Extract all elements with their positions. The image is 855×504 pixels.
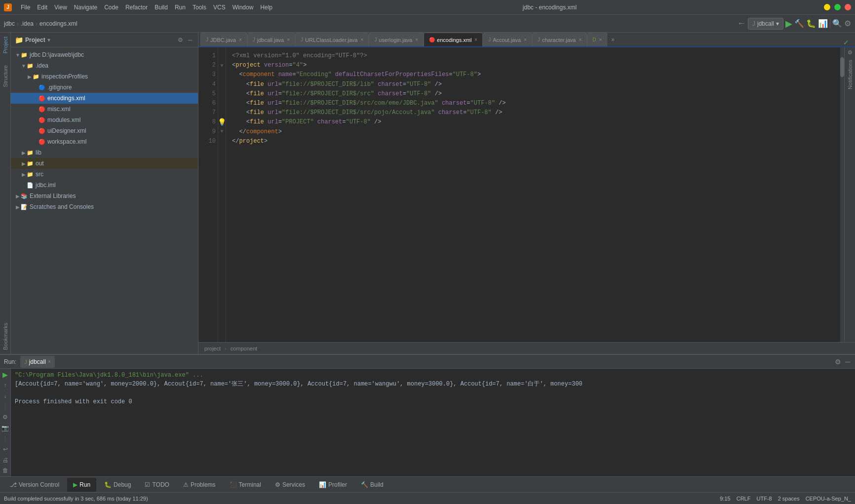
tree-item-uidesigner[interactable]: 🔴 uiDesigner.xml [11,125,198,136]
lower-tab-version-control[interactable]: ⎇ Version Control [4,478,65,492]
breadcrumb-idea[interactable]: .idea [21,20,34,27]
tab-JDBC[interactable]: J JDBC.java × [200,33,247,46]
tree-item-misc[interactable]: 🔴 misc.xml [11,104,198,115]
lower-tab-problems[interactable]: ⚠ Problems [177,478,222,492]
lower-tab-todo[interactable]: ☑ TODO [139,478,175,492]
tree-item-out[interactable]: ▶ 📁 out [11,158,198,169]
breadcrumb-component[interactable]: component [231,346,257,351]
camera-button[interactable]: 📷 [1,424,9,432]
tab-jdbcall[interactable]: J jdbcall.java × [247,33,295,46]
lower-tab-debug[interactable]: 🐛 Debug [98,478,137,492]
back-button[interactable]: ← [737,18,746,29]
close-button[interactable]: × [845,4,851,10]
tab-close-icon[interactable]: × [287,37,290,42]
clear-button[interactable]: 🗑 [1,466,9,474]
run-tab-jdbcall[interactable]: J jdbcall × [20,356,54,368]
fold-arrow-line2[interactable]: ▼ [218,61,226,70]
menu-help[interactable]: Help [257,3,275,12]
lower-tab-services[interactable]: ⚙ Services [269,478,311,492]
tab-D[interactable]: D × [587,33,607,46]
tab-close-icon[interactable]: × [239,37,242,42]
code-editor[interactable]: 1 2 3 4 5 6 7 8 9 10 ▼ [198,47,840,342]
status-spaces[interactable]: 2 spaces [778,496,800,502]
breadcrumb-project[interactable]: project [204,346,221,351]
fold-arrow-line9[interactable]: ▼ [218,126,226,136]
panel-minimize-icon[interactable]: ─ [186,36,194,44]
menu-view[interactable]: View [51,3,70,12]
lower-tab-run[interactable]: ▶ Run [67,478,96,492]
build-button[interactable]: 🔨 [794,19,804,28]
minimize-icon[interactable]: ─ [844,357,851,367]
bookmarks-sidebar-label[interactable]: Bookmarks [2,321,8,352]
code-content[interactable]: <?xml version="1.0" encoding="UTF-8"?> <… [226,47,840,342]
console-area[interactable]: "C:\Program Files\Java\jdk1.8.0_181\bin\… [11,369,855,476]
lower-tab-terminal[interactable]: ⬛ Terminal [224,478,267,492]
menu-build[interactable]: Build [152,3,171,12]
menu-window[interactable]: Window [230,3,257,12]
print-button[interactable]: 🖨 [1,456,9,464]
panel-settings-icon[interactable]: ⚙ [176,36,184,44]
editor-scrollbar[interactable] [840,47,844,342]
tree-item-encodings[interactable]: 🔴 encodings.xml [11,93,198,104]
tab-URLClassLoader[interactable]: J URLClassLoader.java × [295,33,369,46]
scroll-down-button[interactable]: ↓ [1,392,9,400]
settings-button[interactable]: ⚙ [844,19,851,28]
breadcrumb-file[interactable]: encodings.xml [39,20,78,27]
status-charset[interactable]: UTF-8 [756,496,772,502]
tab-character[interactable]: J character.java × [532,33,587,46]
breadcrumb-jdbc[interactable]: jdbc [4,20,15,27]
maximize-button[interactable]: □ [834,4,841,10]
wrap-button[interactable]: ↩ [1,445,9,453]
tree-item-inspection[interactable]: ▶ 📁 inspectionProfiles [11,71,198,82]
expand-arrow-icon: ▶ [15,204,21,210]
settings-icon[interactable]: ⚙ [834,357,842,367]
run-tab-close-icon[interactable]: × [48,359,51,364]
scroll-up-button[interactable]: ↑ [1,382,9,389]
tree-item-idea[interactable]: ▼ 📁 .idea [11,60,198,71]
menu-vcs[interactable]: VCS [210,3,229,12]
lower-tab-build[interactable]: 🔨 Build [355,478,389,492]
menu-tools[interactable]: Tools [190,3,209,12]
menu-file[interactable]: File [18,3,33,12]
tree-item-jdbciml[interactable]: 📄 jdbc.iml [11,180,198,191]
tree-item-lib[interactable]: ▶ 📁 lib [11,147,198,158]
tab-encodings[interactable]: 🔴 encodings.xml × [424,33,483,46]
tree-item-jdbc[interactable]: ▼ 📁 jdbc D:\javaweb\jdbc [11,49,198,60]
tab-close-icon[interactable]: × [474,37,477,42]
tree-label: lib [36,149,41,156]
tab-close-icon[interactable]: × [599,37,602,42]
menu-edit[interactable]: Edit [34,3,50,12]
structure-sidebar-label[interactable]: Structure [2,63,8,89]
coverage-button[interactable]: 📊 [818,19,828,28]
run-config-dropdown[interactable]: J jdbcall ▾ [748,18,783,30]
tab-close-icon[interactable]: × [524,37,527,42]
tab-Accout[interactable]: J Accout.java × [483,33,532,46]
tree-item-src[interactable]: ▶ 📁 src [11,169,198,180]
notifications-icon[interactable]: ⚙ [848,49,853,56]
menu-refactor[interactable]: Refactor [122,3,151,12]
status-build-message[interactable]: Build completed successfully in 3 sec, 6… [4,496,148,502]
menu-run[interactable]: Run [172,3,189,12]
tree-item-modules[interactable]: 🔴 modules.xml [11,115,198,125]
tree-item-scratches[interactable]: ▶ 📝 Scratches and Consoles [11,201,198,212]
search-everywhere-button[interactable]: 🔍 [832,19,842,28]
more-tabs-button[interactable]: » [607,34,619,45]
tree-item-external-libs[interactable]: ▶ 📚 External Libraries [11,191,198,201]
run-again-button[interactable]: ▶ [1,371,9,379]
menu-code[interactable]: Code [101,3,121,12]
status-crlf[interactable]: CRLF [737,496,751,502]
project-sidebar-label[interactable]: Project [2,35,8,55]
debug-button[interactable]: 🐛 [806,19,816,28]
tab-close-icon[interactable]: × [415,37,418,42]
menu-navigate[interactable]: Navigate [71,3,100,12]
lower-tab-profiler[interactable]: 📊 Profiler [313,478,353,492]
tab-close-icon[interactable]: × [579,37,582,42]
run-button[interactable]: ▶ [785,18,792,29]
tree-item-workspace[interactable]: 🔴 workspace.xml [11,136,198,147]
scrollbar-thumb[interactable] [840,57,844,77]
tree-item-gitignore[interactable]: 🔵 .gitignore [11,82,198,93]
settings-button[interactable]: ⚙ [1,414,9,422]
tab-userlogin[interactable]: J userlogin.java × [369,33,424,46]
tab-close-icon[interactable]: × [360,37,363,42]
minimize-button[interactable]: − [824,4,830,10]
